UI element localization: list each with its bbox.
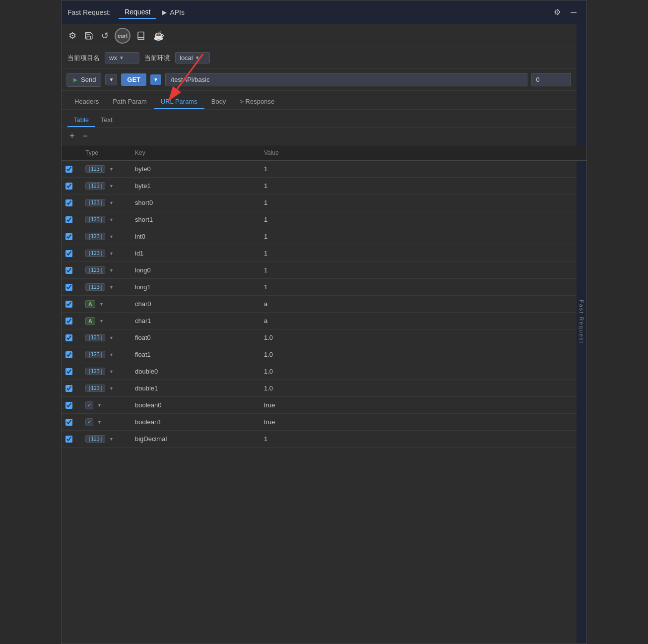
value-cell: true <box>260 416 586 428</box>
row-checkbox[interactable] <box>65 166 72 173</box>
type-dropdown-arrow[interactable]: ▼ <box>109 251 114 256</box>
table-row: |123|▼double11.0 <box>62 380 586 397</box>
send-button[interactable]: ➤ Send <box>66 73 101 87</box>
header-value: Value <box>260 148 586 157</box>
key-cell: long0 <box>131 264 260 276</box>
tab-response[interactable]: > Response <box>233 95 281 109</box>
type-cell: |123|▼ <box>81 281 131 293</box>
send-label: Send <box>81 76 96 83</box>
key-cell: byte1 <box>131 180 260 192</box>
row-checkbox[interactable] <box>65 267 72 274</box>
type-dropdown-arrow[interactable]: ▼ <box>109 285 114 290</box>
value-cell: 1 <box>260 264 586 276</box>
type-dropdown-arrow[interactable]: ▼ <box>109 234 114 239</box>
project-value: wx <box>109 54 117 62</box>
subtab-text[interactable]: Text <box>95 114 119 127</box>
type-dropdown-arrow[interactable]: ▼ <box>109 369 114 374</box>
save-toolbar-icon[interactable] <box>82 29 95 42</box>
env-dropdown-arrow: ▼ <box>195 55 200 61</box>
remove-row-button[interactable]: − <box>81 130 90 142</box>
row-checkbox[interactable] <box>65 233 72 240</box>
type-badge-number: |123| <box>85 216 105 223</box>
type-dropdown-arrow[interactable]: ▼ <box>109 386 114 391</box>
sub-tabs: Table Text <box>62 110 586 128</box>
table-row: |123|▼id11 <box>62 245 586 262</box>
value-cell: 1 <box>260 433 586 445</box>
subtab-table[interactable]: Table <box>67 114 95 127</box>
type-dropdown-arrow[interactable]: ▼ <box>99 302 104 307</box>
type-dropdown-arrow[interactable]: ▼ <box>99 319 104 323</box>
type-dropdown-arrow[interactable]: ▼ <box>109 352 114 357</box>
project-dropdown[interactable]: wx ▼ <box>105 52 139 64</box>
row-checkbox[interactable] <box>65 419 72 426</box>
type-dropdown-arrow[interactable]: ▼ <box>109 335 114 340</box>
send-dropdown-arrow[interactable]: ▼ <box>105 74 117 85</box>
row-checkbox[interactable] <box>65 183 72 190</box>
row-checkbox[interactable] <box>65 351 72 358</box>
value-cell: 1.0 <box>260 349 586 360</box>
row-checkbox[interactable] <box>65 216 72 223</box>
type-dropdown-arrow[interactable]: ▼ <box>97 420 102 425</box>
side-rail: Fast Request <box>577 0 586 644</box>
header-check <box>62 148 81 157</box>
nav-tabs: Headers Path Param URL Params Body > Res… <box>62 91 586 110</box>
table-row: |123|▼short11 <box>62 211 586 228</box>
params-table: Type Key Value |123|▼byte01|123|▼byte11|… <box>62 145 586 644</box>
row-checkbox[interactable] <box>65 368 72 375</box>
type-cell: |123|▼ <box>81 349 131 360</box>
curl-button[interactable]: curl <box>115 28 130 44</box>
header-type: Type <box>81 148 131 157</box>
type-dropdown-arrow[interactable]: ▼ <box>97 403 102 408</box>
row-checkbox[interactable] <box>65 199 72 206</box>
tab-path-param[interactable]: Path Param <box>106 95 154 109</box>
key-cell: char1 <box>131 315 260 326</box>
row-checkbox[interactable] <box>65 318 72 324</box>
table-row: |123|▼float11.0 <box>62 346 586 363</box>
settings-icon[interactable]: ⚙ <box>552 6 563 18</box>
settings-toolbar-icon[interactable]: ⚙ <box>66 28 78 43</box>
table-row: |123|▼long11 <box>62 279 586 296</box>
key-cell: id1 <box>131 248 260 259</box>
type-dropdown-arrow[interactable]: ▼ <box>109 200 114 205</box>
refresh-icon[interactable]: ↺ <box>99 28 111 43</box>
table-body: |123|▼byte01|123|▼byte11|123|▼short01|12… <box>62 161 586 448</box>
key-cell: boolean1 <box>131 416 260 428</box>
table-row: |123|▼short01 <box>62 194 586 211</box>
method-button[interactable]: GET <box>121 73 146 86</box>
type-dropdown-arrow[interactable]: ▼ <box>109 437 114 442</box>
row-checkbox[interactable] <box>65 250 72 257</box>
tab-url-params[interactable]: URL Params <box>154 95 204 109</box>
coffee-icon[interactable]: ☕ <box>151 28 166 43</box>
tab-headers[interactable]: Headers <box>67 95 106 109</box>
docs-icon[interactable] <box>134 29 147 42</box>
method-dropdown-arrow[interactable]: ▼ <box>150 74 161 85</box>
type-dropdown-arrow[interactable]: ▼ <box>109 184 114 189</box>
row-checkbox[interactable] <box>65 436 72 443</box>
tab-request[interactable]: Request <box>119 6 156 19</box>
tab-apis[interactable]: ▶ APIs <box>156 6 191 18</box>
key-cell: char0 <box>131 298 260 310</box>
add-row-button[interactable]: + <box>67 130 77 142</box>
row-checkbox[interactable] <box>65 334 72 341</box>
row-checkbox[interactable] <box>65 301 72 308</box>
key-cell: double1 <box>131 383 260 394</box>
url-input[interactable] <box>165 73 527 86</box>
type-badge-number: |123| <box>85 283 105 291</box>
row-checkbox[interactable] <box>65 385 72 392</box>
type-dropdown-arrow[interactable]: ▼ <box>109 217 114 222</box>
type-badge-number: |123| <box>85 250 105 257</box>
row-checkbox[interactable] <box>65 284 72 291</box>
value-cell: true <box>260 399 586 411</box>
type-dropdown-arrow[interactable]: ▼ <box>109 167 114 172</box>
row-checkbox[interactable] <box>65 402 72 409</box>
env-dropdown[interactable]: local ▼ <box>175 52 210 64</box>
table-row: |123|▼int01 <box>62 228 586 245</box>
type-dropdown-arrow[interactable]: ▼ <box>109 268 114 273</box>
type-badge-number: |123| <box>85 435 105 443</box>
tab-body[interactable]: Body <box>204 95 233 109</box>
table-row: A▼char1a <box>62 313 586 329</box>
timeout-input[interactable] <box>531 73 571 86</box>
type-cell: ✓▼ <box>81 416 131 428</box>
value-cell: 1.0 <box>260 383 586 394</box>
type-badge-number: |123| <box>85 334 105 341</box>
